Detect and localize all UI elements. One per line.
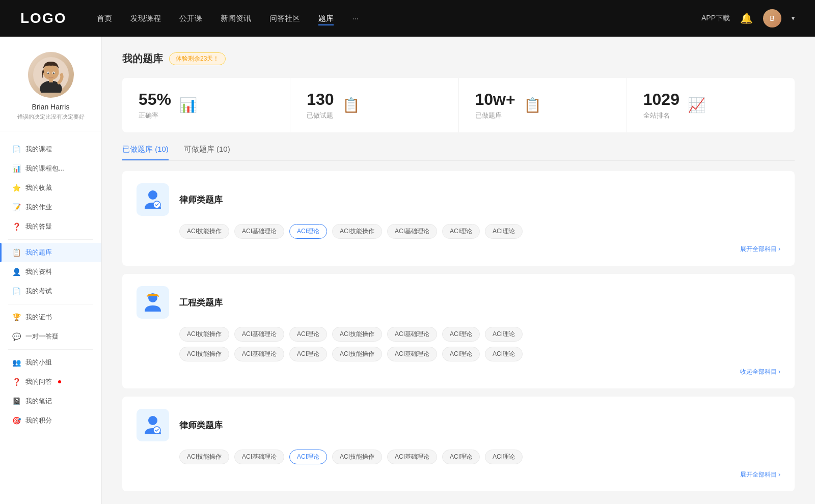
tag[interactable]: ACI基础理论 — [234, 224, 284, 239]
tab-0[interactable]: 已做题库 (10) — [122, 145, 169, 160]
nav-item-···[interactable]: ··· — [352, 14, 359, 23]
menu-label: 我的小组 — [25, 358, 52, 367]
tag[interactable]: ACI技能操作 — [179, 450, 229, 464]
tag[interactable]: ACI基础理论 — [387, 327, 437, 342]
tag[interactable]: ACI基础理论 — [387, 224, 437, 239]
tag[interactable]: ACI技能操作 — [332, 224, 382, 239]
trial-badge: 体验剩余23天！ — [169, 52, 226, 65]
expand-button[interactable]: 展开全部科目 › — [740, 245, 780, 254]
sidebar-item-2[interactable]: ⭐ 我的收藏 — [0, 178, 101, 198]
menu-icon: 👥 — [12, 358, 20, 367]
sidebar-item-4[interactable]: ❓ 我的答疑 — [0, 217, 101, 236]
tag[interactable]: ACI理论 — [442, 347, 480, 361]
menu-icon: ❓ — [12, 378, 20, 386]
menu-label: 一对一答疑 — [25, 332, 59, 341]
content-area: 我的题库 体验剩余23天！ 55% 正确率 📊 130 已做试题 📋 10w+ … — [102, 37, 815, 504]
chevron-down-icon[interactable]: ▾ — [792, 15, 795, 22]
menu-label: 我的问答 — [25, 377, 52, 386]
menu-label: 我的证书 — [25, 313, 52, 322]
menu-icon: 📓 — [12, 397, 20, 405]
nav-menu: 首页发现课程公开课新闻资讯问答社区题库··· — [97, 14, 701, 23]
nav-item-首页[interactable]: 首页 — [97, 14, 112, 23]
tag[interactable]: ACI理论 — [442, 327, 480, 342]
qbank-footer: 展开全部科目 › — [137, 470, 780, 479]
menu-icon: 📋 — [12, 248, 20, 257]
sidebar-item-9[interactable]: 💬 一对一答疑 — [0, 327, 101, 346]
stat-label: 已做试题 — [307, 111, 334, 120]
tag[interactable]: ACI基础理论 — [387, 347, 437, 361]
tag[interactable]: ACI基础理论 — [234, 327, 284, 342]
svg-point-6 — [52, 72, 54, 74]
svg-rect-7 — [49, 79, 53, 82]
tag[interactable]: ACI基础理论 — [234, 347, 284, 361]
stat-value: 10w+ — [475, 90, 515, 109]
menu-label: 我的收藏 — [25, 183, 52, 192]
sidebar-item-10[interactable]: 👥 我的小组 — [0, 353, 101, 372]
dot-badge — [58, 380, 61, 383]
tag[interactable]: ACI基础理论 — [234, 450, 284, 464]
tag[interactable]: ACI理论 — [442, 450, 480, 464]
menu-icon: 🎯 — [12, 416, 20, 425]
page-title: 我的题库 — [122, 52, 163, 66]
nav-item-问答社区[interactable]: 问答社区 — [269, 14, 300, 23]
sidebar-item-6[interactable]: 👤 我的资料 — [0, 262, 101, 282]
stat-value-group: 10w+ 已做题库 — [475, 90, 515, 120]
tag[interactable]: ACI技能操作 — [179, 224, 229, 239]
nav-item-题库[interactable]: 题库 — [318, 14, 334, 23]
sidebar-item-0[interactable]: 📄 我的课程 — [0, 139, 101, 159]
sidebar-item-1[interactable]: 📊 我的课程包... — [0, 159, 101, 178]
menu-icon: 🏆 — [12, 313, 20, 321]
svg-point-12 — [148, 416, 157, 425]
nav-item-公开课[interactable]: 公开课 — [179, 14, 202, 23]
qbank-tags-row1: ACI技能操作ACI基础理论ACI理论ACI技能操作ACI基础理论ACI理论AC… — [179, 450, 780, 464]
tag[interactable]: ACI理论 — [485, 450, 523, 464]
stats-row: 55% 正确率 📊 130 已做试题 📋 10w+ 已做题库 📋 1029 全站… — [122, 78, 795, 132]
menu-label: 我的积分 — [25, 416, 52, 425]
app-download-button[interactable]: APP下载 — [701, 14, 730, 23]
navbar: LOGO 首页发现课程公开课新闻资讯问答社区题库··· APP下载 🔔 B ▾ — [0, 0, 815, 37]
nav-item-新闻资讯[interactable]: 新闻资讯 — [221, 14, 251, 23]
sidebar-item-7[interactable]: 📄 我的考试 — [0, 282, 101, 301]
qbank-icon — [137, 409, 169, 441]
menu-label: 我的资料 — [25, 267, 52, 276]
tag[interactable]: ACI理论 — [485, 224, 523, 239]
tag[interactable]: ACI理论 — [442, 224, 480, 239]
tag[interactable]: ACI技能操作 — [332, 327, 382, 342]
expand-button[interactable]: 收起全部科目 › — [740, 368, 780, 376]
sidebar-item-12[interactable]: 📓 我的笔记 — [0, 391, 101, 411]
tag[interactable]: ACI基础理论 — [387, 450, 437, 464]
notification-bell-icon[interactable]: 🔔 — [740, 12, 753, 24]
stat-icon: 📋 — [524, 97, 541, 114]
tag[interactable]: ACI技能操作 — [179, 327, 229, 342]
tab-1[interactable]: 可做题库 (10) — [184, 145, 230, 160]
tag[interactable]: ACI技能操作 — [332, 450, 382, 464]
profile-avatar — [28, 52, 74, 98]
sidebar-item-3[interactable]: 📝 我的作业 — [0, 198, 101, 217]
sidebar-menu: 📄 我的课程 📊 我的课程包... ⭐ 我的收藏 📝 我的作业 ❓ 我的答疑 📋… — [0, 139, 101, 430]
tag[interactable]: ACI理论 — [289, 347, 327, 361]
avatar[interactable]: B — [763, 9, 781, 27]
navbar-right: APP下载 🔔 B ▾ — [701, 9, 795, 27]
stat-label: 全站排名 — [643, 111, 680, 120]
qbank-cards-container: 律师类题库 ACI技能操作ACI基础理论ACI理论ACI技能操作ACI基础理论A… — [122, 171, 795, 491]
tag[interactable]: ACI技能操作 — [332, 347, 382, 361]
tag[interactable]: ACI技能操作 — [179, 347, 229, 361]
stat-value-group: 1029 全站排名 — [643, 90, 680, 120]
stat-icon: 📈 — [688, 97, 705, 114]
nav-item-发现课程[interactable]: 发现课程 — [130, 14, 161, 23]
tag[interactable]: ACI理论 — [289, 327, 327, 342]
tag[interactable]: ACI理论 — [485, 327, 523, 342]
sidebar-item-11[interactable]: ❓ 我的问答 — [0, 372, 101, 391]
stat-value: 130 — [307, 90, 334, 109]
tag[interactable]: ACI理论 — [289, 450, 327, 464]
sidebar-item-5[interactable]: 📋 我的题库 — [0, 243, 101, 262]
sidebar-item-13[interactable]: 🎯 我的积分 — [0, 411, 101, 430]
menu-icon: ❓ — [12, 222, 20, 231]
profile-motto: 错误的决定比没有决定要好 — [17, 113, 85, 121]
tag[interactable]: ACI理论 — [485, 347, 523, 361]
tag[interactable]: ACI理论 — [289, 224, 327, 239]
sidebar-item-8[interactable]: 🏆 我的证书 — [0, 307, 101, 327]
expand-button[interactable]: 展开全部科目 › — [740, 470, 780, 479]
stat-label: 已做题库 — [475, 111, 515, 120]
menu-icon: 📄 — [12, 145, 20, 153]
